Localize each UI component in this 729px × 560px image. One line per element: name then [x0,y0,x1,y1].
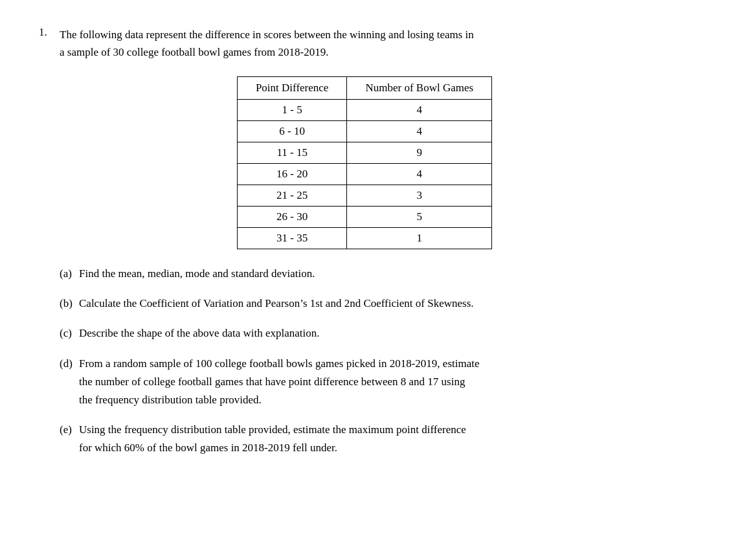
intro-line1: The following data represent the differe… [60,28,474,41]
part-d-line2: the number of college football games tha… [79,375,465,388]
part-e-line1: Using the frequency distribution table p… [79,423,466,436]
table-row: 6 - 104 [237,121,491,142]
cell-count-0: 4 [347,100,492,121]
table-row: 11 - 159 [237,142,491,164]
part-b: (b) Calculate the Coefficient of Variati… [60,295,690,313]
cell-count-1: 4 [347,121,492,142]
table-row: 16 - 204 [237,164,491,185]
part-b-text: Calculate the Coefficient of Variation a… [79,295,474,313]
part-c-label: (c) [60,324,79,342]
part-c: (c) Describe the shape of the above data… [60,324,690,342]
part-a-text: Find the mean, median, mode and standard… [79,265,315,283]
part-a: (a) Find the mean, median, mode and stan… [60,265,690,283]
table-row: 21 - 253 [237,185,491,207]
table-row: 26 - 305 [237,207,491,228]
part-a-label: (a) [60,265,79,282]
parts-container: (a) Find the mean, median, mode and stan… [60,265,690,456]
cell-range-1: 6 - 10 [237,121,347,142]
col-header-bowl-games: Number of Bowl Games [347,77,492,100]
part-e-label: (e) [60,421,79,438]
part-d-line3: the frequency distribution table provide… [79,394,262,406]
problem-header: 1. The following data represent the diff… [39,26,690,61]
cell-range-6: 31 - 35 [237,228,347,249]
cell-range-0: 1 - 5 [237,100,347,121]
part-b-label: (b) [60,295,79,312]
part-d-line1: From a random sample of 100 college foot… [79,357,479,370]
problem-number: 1. [39,26,60,39]
table-row: 31 - 351 [237,228,491,249]
problem-intro: The following data represent the differe… [60,26,474,61]
table-row: 1 - 54 [237,100,491,121]
table-body: 1 - 546 - 10411 - 15916 - 20421 - 25326 … [237,100,491,249]
cell-range-3: 16 - 20 [237,164,347,185]
part-d-label: (d) [60,355,79,372]
cell-count-3: 4 [347,164,492,185]
cell-range-2: 11 - 15 [237,142,347,164]
cell-count-5: 5 [347,207,492,228]
table-wrapper: Point Difference Number of Bowl Games 1 … [39,76,690,249]
cell-range-5: 26 - 30 [237,207,347,228]
part-e-text: Using the frequency distribution table p… [79,421,466,457]
part-c-text: Describe the shape of the above data wit… [79,324,320,342]
cell-count-2: 9 [347,142,492,164]
cell-range-4: 21 - 25 [237,185,347,207]
data-table: Point Difference Number of Bowl Games 1 … [237,76,492,249]
part-d: (d) From a random sample of 100 college … [60,355,690,409]
problem-container: 1. The following data represent the diff… [39,26,690,457]
intro-line2: a sample of 30 college football bowl gam… [60,46,328,58]
cell-count-4: 3 [347,185,492,207]
part-e: (e) Using the frequency distribution tab… [60,421,690,457]
col-header-point-diff: Point Difference [237,77,347,100]
table-header-row: Point Difference Number of Bowl Games [237,77,491,100]
cell-count-6: 1 [347,228,492,249]
part-d-text: From a random sample of 100 college foot… [79,355,479,409]
part-e-line2: for which 60% of the bowl games in 2018-… [79,442,337,454]
